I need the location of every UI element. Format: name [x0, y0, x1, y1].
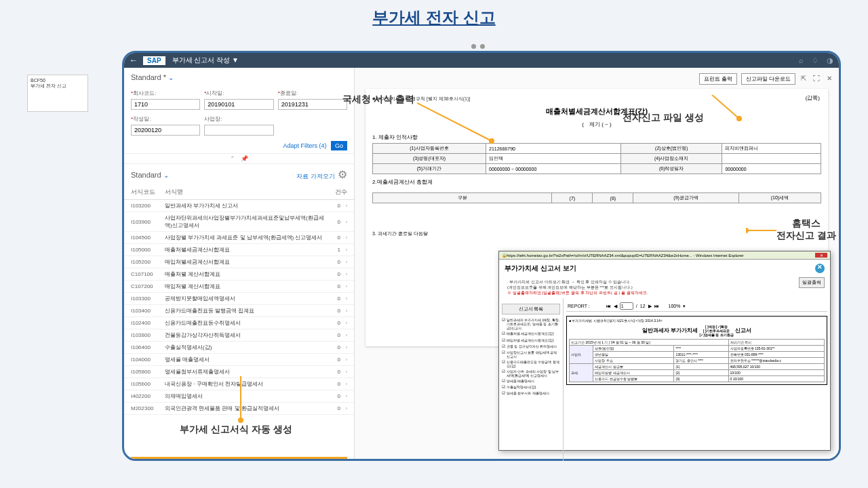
end-input[interactable]: [278, 99, 347, 110]
highlight-bar: [131, 457, 347, 459]
table-row[interactable]: I105000매출처별세금계산서합계표1›: [124, 244, 354, 256]
table-row[interactable]: I105200매입처별세금계산서합계표0›: [124, 256, 354, 268]
checklist-item[interactable]: ☑매입처별 세금계산서합계표(갑): [502, 338, 560, 344]
callout-file: 전자신고 파일 생성: [623, 112, 704, 124]
bell-icon[interactable]: ♢: [812, 56, 818, 65]
table-row[interactable]: I105600내국신용장 · 구매확인서 전자발급명세서0›: [124, 378, 354, 390]
checklist-item[interactable]: ☑사업자 단위 과세의 사업장 및 납부세액(환급세액) 신고명세서: [502, 369, 560, 378]
th-code: 서식코드: [131, 188, 165, 197]
ht-warning: ※ 일괄출력하려면 [일괄출력] 버튼 클릭 후 하단의 프린트( 🖨 ) 를 …: [507, 291, 648, 296]
search-icon[interactable]: ⌕: [799, 56, 804, 65]
checklist-item[interactable]: ☑영세율 매출명세서: [502, 378, 560, 384]
callout-hometax: 홈택스전자신고 결과: [776, 217, 836, 241]
next-page-icon[interactable]: ▶: [648, 304, 652, 309]
checklist-item[interactable]: ☑매출처별 세금계산서합계표(갑): [502, 331, 560, 337]
end-label: 종료일:: [280, 90, 298, 96]
ht-notice2: (개인정보보호를 위해 개인정보에 해당하는 부분은 ***로 표시됩니다.): [507, 285, 648, 291]
table-row[interactable]: I103200일반과세자 부가가치세 신고서0›: [124, 200, 354, 212]
checklist-item[interactable]: ☑건물 등 감가상각자산 취득명세서: [502, 344, 560, 350]
table-row[interactable]: M202300외국인관광객 면세물품 판매 및 환급실적명세서0›: [124, 403, 354, 415]
table-row[interactable]: I102400신용카드매출전표등수취명세서0›: [124, 317, 354, 329]
gear-icon[interactable]: ⚙: [338, 169, 347, 180]
thumbnail: BCF50 부가세 전자 신고: [27, 75, 88, 112]
thumb-code: BCF50: [31, 78, 85, 83]
table-row[interactable]: I103300공제받지못할매입세액명세서0›: [124, 293, 354, 305]
ht-title: 부가가치세 신고서 보기: [505, 264, 576, 273]
created-label: 작성일:: [133, 116, 151, 122]
download-button[interactable]: 신고파일 다운로드: [741, 73, 795, 85]
go-button[interactable]: Go: [331, 141, 347, 150]
page-title: 부가세 전자 신고: [0, 0, 868, 35]
ht-list-title: 신고서 목록: [502, 304, 560, 314]
th-count: 건수: [327, 188, 347, 197]
first-page-icon[interactable]: ⏮: [606, 304, 611, 308]
report-label: REPORT :: [568, 304, 590, 308]
start-input[interactable]: [204, 99, 273, 110]
checklist-item[interactable]: ☑영세율 첨부서류 제출명세서: [502, 390, 560, 396]
export-icon[interactable]: ⇱: [800, 73, 808, 85]
biz-label: 사업장:: [204, 115, 273, 123]
collapse-bar[interactable]: ⌃ 📌: [124, 153, 354, 164]
table-row[interactable]: I103800건물등감가상각자산취득명세서0›: [124, 329, 354, 342]
doc-rule: ■ 부가가치세법 시행규칙 [별지 제38호서식(1)]: [372, 96, 821, 102]
addr-bar: 🔒 https://teht.hometax.go.kr/?w2xPath=/u…: [499, 251, 830, 260]
table-row[interactable]: C107200매입처별 계산서합계표0›: [124, 281, 354, 293]
table-row[interactable]: I103900사업자단위과세의사업장별부가가치세과세표준및납부세액(환급세액)신…: [124, 212, 354, 232]
topbar: ← SAP 부가세 신고서 작성 ▼ ⌕ ♢ ◑: [124, 53, 839, 68]
user-icon[interactable]: ◑: [827, 56, 833, 65]
checklist-item[interactable]: ☑사업장신고서 보통 매입세액 공제신고서: [502, 350, 560, 359]
table-row[interactable]: I104000영세율 매출명세서0›: [124, 354, 354, 366]
doc-title: 매출처별세금계산서합계표(갑): [372, 106, 821, 117]
checklist-item[interactable]: ☑수출실적명세서(갑): [502, 384, 560, 390]
zoom-dropdown-icon[interactable]: ▾: [683, 304, 686, 309]
prev-page-icon[interactable]: ◀: [614, 304, 617, 309]
checklist-item[interactable]: ☑일반과세자 부가가치세 (예정, 확정, 기한후과세표준, 영세율 등 조기환…: [502, 317, 560, 331]
close-icon[interactable]: ✕: [825, 73, 833, 85]
sec2: 2.매출세금계산서 총합계: [372, 178, 821, 186]
table-row[interactable]: C107100매출처별 계산서합계표0›: [124, 268, 354, 281]
created-input[interactable]: [131, 125, 200, 136]
table-row[interactable]: I104500사업장별 부가가치세 과세표준 및 납부세액(환급세액) 신고명세…: [124, 232, 354, 244]
table-row[interactable]: I402200의제매입명세서0›: [124, 390, 354, 403]
fetch-data-link[interactable]: 자료 가져오기: [296, 173, 335, 180]
topbar-title[interactable]: 부가세 신고서 작성 ▼: [172, 56, 239, 65]
checklist-item[interactable]: ☑신용카드매출전표등 수령금액 합계표(갑): [502, 359, 560, 369]
sec1: 1. 제출자 인적사항: [372, 134, 821, 141]
table-row[interactable]: I106400수출실적명세서(갑)0›: [124, 342, 354, 354]
frame-dots: [471, 44, 485, 49]
list-variant[interactable]: Standard ⌄: [131, 171, 169, 179]
sec3: 3. 과세기간 종료일 다음달: [372, 230, 821, 237]
doc-badge: (갑쪽): [806, 94, 820, 102]
fullscreen-icon[interactable]: ⛶: [812, 73, 821, 85]
biz-input[interactable]: [204, 125, 273, 136]
variant-standard[interactable]: Standard * ⌄: [124, 68, 354, 87]
last-page-icon[interactable]: ⏭: [654, 304, 659, 308]
th-name: 서식명: [165, 188, 327, 197]
table-row[interactable]: I103400신용카드매출전표등 발행금액 집계표0›: [124, 305, 354, 317]
back-icon[interactable]: ←: [130, 56, 138, 65]
popup-close-icon[interactable]: ✕: [815, 264, 825, 273]
ht-sidebar: 신고서 목록 ☑일반과세자 부가가치세 (예정, 확정, 기한후과세표준, 영세…: [499, 298, 564, 461]
company-label: 회사코드:: [133, 90, 156, 96]
batch-print-button[interactable]: 일괄출력: [799, 277, 825, 288]
start-label: 시작일:: [206, 90, 224, 96]
table-row[interactable]: I105800영세율첨부서류제출명세서0›: [124, 366, 354, 378]
doc-sub: ( 제기 ( ~ ): [372, 121, 821, 128]
callout-autogen: 부가세 신고서식 자동 생성: [180, 424, 292, 436]
thumb-title: 부가세 전자 신고: [31, 83, 85, 89]
page-input[interactable]: [620, 302, 633, 310]
adapt-filters-link[interactable]: Adapt Filters (4): [283, 142, 326, 149]
print-button[interactable]: 프린트 출력: [699, 73, 737, 85]
window-close-icon[interactable]: ✕: [815, 253, 827, 258]
company-input[interactable]: [131, 99, 200, 110]
sap-logo: SAP: [143, 56, 165, 65]
callout-print: 국세청 서식 출력: [342, 94, 414, 106]
filter-panel: Standard * ⌄ *회사코드: *시작일: *종료일: *작성일: [124, 68, 355, 459]
hometax-popup: 🔒 https://teht.hometax.go.kr/?w2xPath=/u…: [498, 251, 831, 451]
tax-form: ■ 부가가치세법 시행규칙 [별지 제21호서식] <개정 2014.3.14>…: [566, 316, 827, 385]
ht-notice1: · 부가가치세 신고서 미리보기 화면 → 확인 후 인쇄하실 수 있습니다.: [507, 280, 648, 285]
